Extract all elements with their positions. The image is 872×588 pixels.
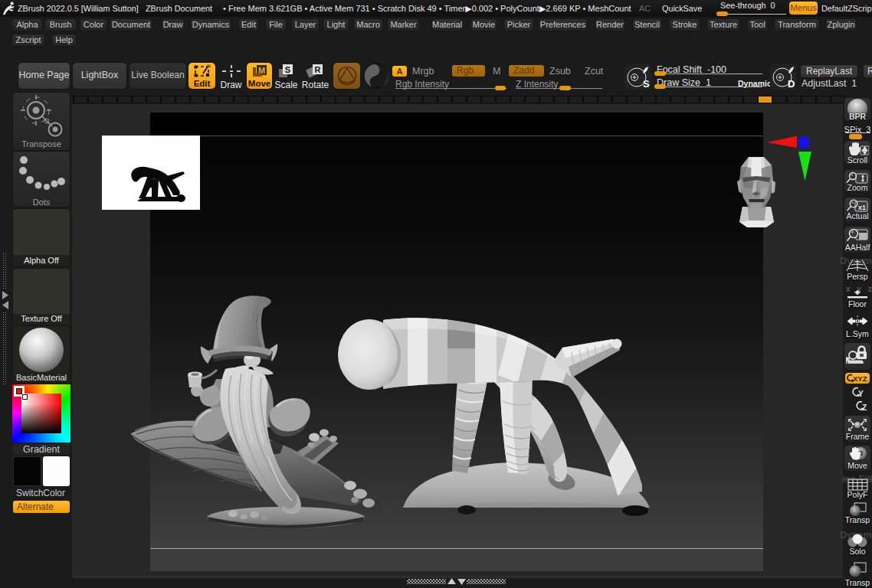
svg-text:R: R — [314, 65, 320, 74]
svg-text:Z: Z — [862, 403, 867, 412]
svg-text:S: S — [284, 65, 290, 74]
svg-text:D: D — [788, 78, 795, 90]
svg-text:x1: x1 — [858, 204, 866, 211]
svg-text:M: M — [257, 66, 264, 75]
svg-text:XYZ: XYZ — [853, 374, 867, 383]
svg-text:S: S — [643, 78, 650, 90]
svg-text:Y: Y — [858, 390, 864, 398]
